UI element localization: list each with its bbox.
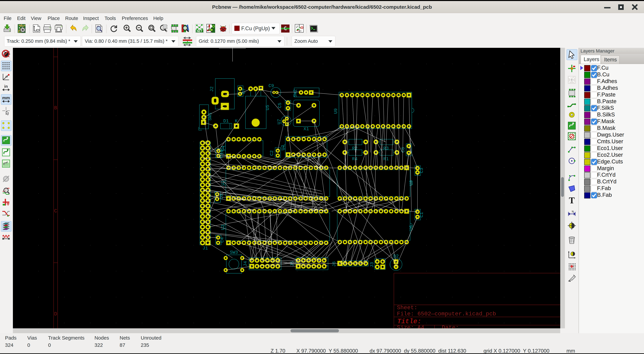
svg-text:in: in <box>4 84 8 89</box>
svg-text:Date:: Date: <box>442 324 459 328</box>
svg-text:X1: X1 <box>304 126 309 131</box>
svg-text:C9: C9 <box>268 83 274 88</box>
svg-text:U8: U8 <box>409 180 414 186</box>
svg-text:U5: U5 <box>265 105 270 110</box>
svg-text:D: D <box>54 311 57 317</box>
svg-text:T: T <box>569 196 575 205</box>
svg-text:J1: J1 <box>202 246 208 251</box>
svg-text:C: C <box>54 208 57 214</box>
svg-text:mm: mm <box>2 95 10 100</box>
svg-text:R2: R2 <box>352 146 358 151</box>
svg-text:D2: D2 <box>393 254 399 259</box>
svg-text:C4: C4 <box>220 237 225 243</box>
svg-text:D1: D1 <box>223 119 229 124</box>
svg-text:Size: A4: Size: A4 <box>397 324 424 328</box>
svg-text:SW3: SW3 <box>230 250 238 255</box>
svg-text:U7: U7 <box>277 119 282 124</box>
svg-text:B: B <box>54 105 57 111</box>
svg-text:File: 6502—computer.kicad_pcb: File: 6502—computer.kicad_pcb <box>397 311 496 317</box>
svg-text:NET: NET <box>197 30 202 33</box>
svg-text:U6: U6 <box>409 225 414 231</box>
svg-text:rθ: rθ <box>5 75 8 78</box>
svg-text:SW2: SW2 <box>293 89 298 97</box>
svg-text:C2: C2 <box>270 150 274 156</box>
svg-text:J6: J6 <box>332 261 337 267</box>
svg-text:U3: U3 <box>220 225 226 230</box>
svg-text:C5: C5 <box>278 103 282 108</box>
svg-text:U1: U1 <box>220 180 226 186</box>
svg-text:J4: J4 <box>243 261 248 266</box>
svg-text:N: N <box>572 210 574 213</box>
svg-text:R1: R1 <box>383 156 389 161</box>
svg-text:C8: C8 <box>401 147 406 152</box>
svg-text:C3: C3 <box>419 168 424 173</box>
svg-text:C1: C1 <box>419 212 424 218</box>
svg-text:U9: U9 <box>334 108 338 114</box>
svg-text:Title:: Title: <box>397 318 421 325</box>
svg-text:Sheet:: Sheet: <box>397 304 417 311</box>
svg-text:U2: U2 <box>280 145 286 150</box>
svg-text:R4: R4 <box>352 156 358 161</box>
svg-text:J2: J2 <box>210 86 214 92</box>
svg-text:SW1: SW1 <box>208 112 212 121</box>
svg-text:J3: J3 <box>370 262 374 267</box>
